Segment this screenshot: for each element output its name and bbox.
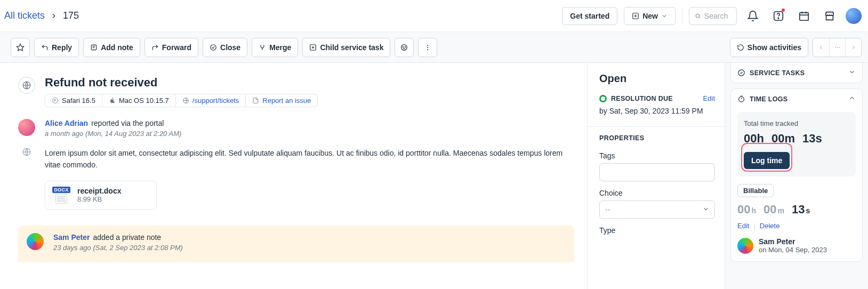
forward-icon	[151, 44, 159, 51]
apple-icon	[109, 97, 116, 104]
tt-minutes: 00m	[771, 132, 795, 146]
reply-label: Reply	[52, 43, 72, 52]
breadcrumb-root[interactable]: All tickets	[4, 10, 45, 21]
note-icon	[90, 44, 98, 51]
forward-label: Forward	[162, 43, 191, 52]
message-body: Lorem ipsum dolor sit amet, consectetur …	[45, 147, 574, 171]
docx-badge: DOCX	[52, 187, 70, 193]
divider	[588, 126, 725, 127]
svg-line-4	[699, 17, 700, 18]
header-right: Get started New	[562, 6, 862, 26]
search-input[interactable]	[704, 12, 731, 20]
svg-point-21	[405, 46, 406, 47]
ticket-meta-row: Safari 16.5 Mac OS 10.15.7 /support/tick…	[45, 94, 318, 107]
merge-button[interactable]: Merge	[252, 38, 298, 57]
time-logs-header[interactable]: TIME LOGS	[731, 89, 862, 109]
check-circle-icon	[210, 44, 217, 51]
svg-point-23	[427, 47, 428, 48]
meta-path[interactable]: /support/tickets	[176, 94, 246, 107]
chevron-right-icon	[49, 11, 59, 21]
private-note-card: Sam Peter added a private note 23 days a…	[18, 226, 574, 262]
more-actions-button[interactable]	[418, 38, 437, 57]
tt-hours: 00h	[744, 132, 764, 146]
author-action: reported via the portal	[91, 119, 164, 127]
svg-point-19	[401, 44, 407, 50]
show-activities-button[interactable]: Show activities	[730, 38, 808, 57]
right-rail: SERVICE TASKS TIME LOGS Total time track…	[725, 63, 868, 289]
status-dot-icon	[599, 95, 607, 102]
svg-point-27	[839, 47, 840, 48]
marketplace-icon[interactable]	[820, 6, 839, 26]
get-started-button[interactable]: Get started	[562, 7, 617, 25]
svg-marker-30	[54, 100, 56, 101]
more-vertical-icon	[423, 43, 432, 52]
meta-os-text: Mac OS 10.15.7	[119, 97, 169, 105]
prev-ticket-button[interactable]	[813, 38, 829, 57]
child-task-label: Child service task	[320, 43, 383, 52]
plus-box-icon	[309, 44, 317, 51]
forward-button[interactable]: Forward	[144, 38, 198, 57]
type-label: Type	[599, 226, 715, 235]
chevron-up-icon	[848, 94, 856, 103]
meta-report-text: Report an issue	[262, 97, 311, 105]
reply-icon	[41, 44, 49, 51]
message-header: Alice Adrian reported via the portal a m…	[18, 119, 574, 138]
resolution-due-value: by Sat, Sep 30, 2023 11:59 PM	[599, 106, 715, 117]
user-avatar[interactable]	[846, 8, 862, 24]
notifications-icon[interactable]	[743, 6, 762, 26]
freddy-button[interactable]	[395, 38, 414, 57]
meta-report[interactable]: Report an issue	[246, 94, 318, 107]
attachment-name: receipt.docx	[77, 187, 121, 195]
new-button[interactable]: New	[624, 7, 676, 25]
star-button[interactable]	[11, 38, 30, 57]
resolution-due-edit[interactable]: Edit	[703, 94, 715, 102]
reply-button[interactable]: Reply	[34, 38, 79, 57]
svg-point-24	[427, 49, 428, 50]
author-avatar	[18, 119, 35, 136]
svg-marker-11	[17, 44, 23, 51]
merge-icon	[259, 44, 266, 51]
note-author-name[interactable]: Sam Peter	[53, 233, 90, 242]
billable-minutes: 00m	[763, 203, 784, 216]
next-ticket-button[interactable]	[845, 38, 861, 57]
billable-time-value: 00h 00m 13s	[737, 203, 856, 216]
logger-name: Sam Peter	[759, 237, 827, 246]
file-icon	[252, 97, 259, 104]
help-icon[interactable]	[769, 6, 788, 26]
tags-label: Tags	[599, 151, 715, 160]
breadcrumb-current: 175	[63, 10, 79, 21]
total-time-value: 00h 00m 13s	[744, 132, 849, 146]
note-timestamp: 23 days ago (Sat, 2 Sep 2023 at 2:08 PM)	[53, 244, 566, 252]
svg-point-25	[835, 47, 836, 48]
search-icon	[695, 12, 701, 20]
calendar-icon[interactable]	[794, 6, 814, 26]
ticket-main: Refund not received Safari 16.5 Mac OS 1…	[0, 63, 588, 289]
attachment-card[interactable]: DOCX receipt.docx 8.99 KB	[45, 181, 157, 210]
child-service-task-button[interactable]: Child service task	[302, 38, 390, 57]
add-note-button[interactable]: Add note	[83, 38, 140, 57]
service-tasks-title: SERVICE TASKS	[750, 69, 805, 77]
svg-point-26	[837, 47, 838, 48]
search-box[interactable]	[689, 7, 737, 25]
ticket-nav-more[interactable]	[829, 38, 845, 57]
service-tasks-panel[interactable]: SERVICE TASKS	[730, 63, 863, 83]
properties-panel: Open RESOLUTION DUE Edit by Sat, Sep 30,…	[588, 63, 725, 289]
tags-input[interactable]	[599, 163, 715, 181]
author-name[interactable]: Alice Adrian	[45, 119, 88, 127]
timelog-edit[interactable]: Edit	[737, 222, 749, 230]
choice-select[interactable]: --	[599, 200, 715, 219]
new-button-label: New	[642, 12, 658, 20]
meta-browser-text: Safari 16.5	[62, 97, 95, 105]
ticket-nav	[813, 38, 862, 57]
source-globe-icon	[18, 77, 35, 94]
history-icon	[737, 44, 744, 51]
choice-value: --	[599, 200, 715, 219]
svg-point-15	[211, 44, 216, 50]
close-button[interactable]: Close	[203, 38, 247, 57]
message-body-row: Lorem ipsum dolor sit amet, consectetur …	[18, 147, 574, 210]
merge-label: Merge	[269, 43, 291, 52]
close-label: Close	[220, 43, 240, 52]
log-time-button[interactable]: Log time	[744, 152, 790, 169]
breadcrumb: All tickets 175	[4, 10, 79, 21]
timelog-delete[interactable]: Delete	[760, 222, 780, 230]
